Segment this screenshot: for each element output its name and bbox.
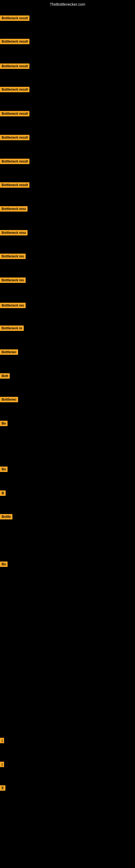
bottleneck-result-badge-10[interactable]: Bottleneck resu bbox=[0, 230, 28, 236]
bottleneck-result-badge-14[interactable]: Bottleneck re bbox=[0, 326, 24, 331]
bottleneck-result-badge-15[interactable]: Bottlenec bbox=[0, 349, 18, 355]
badge-container-12: Bottleneck res bbox=[0, 278, 26, 284]
bottleneck-result-badge-2[interactable]: Bottleneck result bbox=[0, 39, 30, 44]
badge-container-3: Bottleneck result bbox=[0, 63, 30, 70]
bottleneck-result-badge-23[interactable]: | bbox=[0, 738, 4, 743]
bottleneck-result-badge-20[interactable]: B bbox=[0, 490, 6, 496]
bottleneck-result-badge-3[interactable]: Bottleneck result bbox=[0, 63, 30, 69]
bottleneck-result-badge-7[interactable]: Bottleneck result bbox=[0, 159, 30, 164]
bottleneck-result-badge-8[interactable]: Bottleneck result bbox=[0, 182, 30, 188]
bottleneck-result-badge-19[interactable]: Bo bbox=[0, 467, 8, 472]
badge-container-4: Bottleneck result bbox=[0, 87, 30, 93]
badge-container-10: Bottleneck resu bbox=[0, 230, 28, 237]
badge-container-20: B bbox=[0, 490, 6, 497]
badge-container-2: Bottleneck result bbox=[0, 39, 30, 45]
badge-container-9: Bottleneck resu bbox=[0, 206, 28, 213]
bottleneck-result-badge-16[interactable]: Bott bbox=[0, 373, 10, 379]
bottleneck-result-badge-4[interactable]: Bottleneck result bbox=[0, 87, 30, 92]
bottleneck-result-badge-6[interactable]: Bottleneck result bbox=[0, 135, 30, 140]
badge-container-16: Bott bbox=[0, 373, 10, 380]
badge-container-24: | bbox=[0, 762, 4, 768]
bottleneck-result-badge-17[interactable]: Bottlenec bbox=[0, 397, 18, 402]
bottleneck-result-badge-21[interactable]: Bottle bbox=[0, 514, 12, 520]
badge-container-6: Bottleneck result bbox=[0, 135, 30, 141]
badge-container-11: Bottleneck res bbox=[0, 254, 26, 260]
bottleneck-result-badge-25[interactable]: E bbox=[0, 785, 5, 791]
bottleneck-result-badge-11[interactable]: Bottleneck res bbox=[0, 254, 26, 259]
bottleneck-result-badge-13[interactable]: Bottleneck res bbox=[0, 303, 26, 308]
bottleneck-result-badge-18[interactable]: Bo bbox=[0, 421, 8, 426]
badge-container-23: | bbox=[0, 738, 4, 744]
bottleneck-result-badge-9[interactable]: Bottleneck resu bbox=[0, 206, 28, 212]
badge-container-1: Bottleneck result bbox=[0, 16, 30, 22]
badge-container-7: Bottleneck result bbox=[0, 159, 30, 165]
badge-container-5: Bottleneck result bbox=[0, 111, 30, 118]
bottleneck-result-badge-1[interactable]: Bottleneck result bbox=[0, 16, 30, 21]
bottleneck-result-badge-12[interactable]: Bottleneck res bbox=[0, 278, 26, 283]
badge-container-13: Bottleneck res bbox=[0, 303, 26, 309]
badge-container-19: Bo bbox=[0, 467, 8, 473]
badge-container-17: Bottlenec bbox=[0, 397, 18, 403]
badge-container-25: E bbox=[0, 785, 5, 792]
badge-container-22: Bo bbox=[0, 561, 8, 568]
site-title: TheBottlenecker.com bbox=[0, 0, 135, 9]
bottleneck-result-badge-5[interactable]: Bottleneck result bbox=[0, 111, 30, 116]
badge-container-8: Bottleneck result bbox=[0, 182, 30, 189]
badge-container-15: Bottlenec bbox=[0, 349, 18, 356]
badge-container-21: Bottle bbox=[0, 514, 12, 521]
bottleneck-result-badge-24[interactable]: | bbox=[0, 762, 4, 767]
badge-container-14: Bottleneck re bbox=[0, 326, 24, 332]
badge-container-18: Bo bbox=[0, 421, 8, 427]
bottleneck-result-badge-22[interactable]: Bo bbox=[0, 561, 8, 567]
